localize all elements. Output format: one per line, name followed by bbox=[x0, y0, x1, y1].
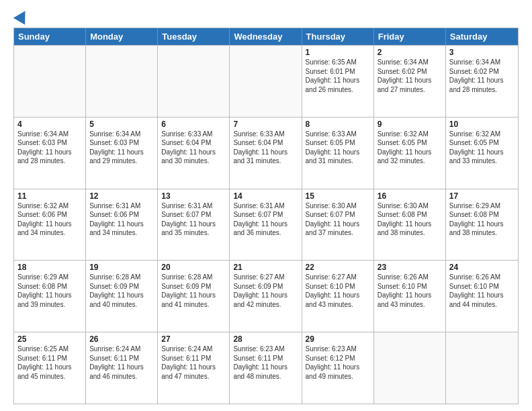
day-number: 22 bbox=[306, 263, 370, 272]
calendar-cell bbox=[86, 46, 158, 117]
calendar-cell: 23Sunrise: 6:26 AM Sunset: 6:10 PM Dayli… bbox=[374, 261, 446, 332]
calendar-cell: 18Sunrise: 6:29 AM Sunset: 6:08 PM Dayli… bbox=[14, 261, 86, 332]
day-number: 1 bbox=[306, 48, 370, 57]
cell-info: Sunrise: 6:34 AM Sunset: 6:02 PM Dayligh… bbox=[449, 58, 515, 94]
calendar-cell bbox=[374, 332, 446, 404]
header-day-thursday: Thursday bbox=[302, 28, 374, 45]
day-number: 11 bbox=[17, 191, 82, 201]
calendar-cell: 19Sunrise: 6:28 AM Sunset: 6:09 PM Dayli… bbox=[86, 261, 158, 332]
logo bbox=[13, 13, 29, 22]
calendar-cell: 12Sunrise: 6:31 AM Sunset: 6:06 PM Dayli… bbox=[86, 189, 158, 261]
calendar-header-row: SundayMondayTuesdayWednesdayThursdayFrid… bbox=[14, 28, 518, 45]
cell-info: Sunrise: 6:32 AM Sunset: 6:05 PM Dayligh… bbox=[378, 130, 442, 166]
header-day-saturday: Saturday bbox=[446, 28, 518, 45]
calendar-cell: 8Sunrise: 6:33 AM Sunset: 6:05 PM Daylig… bbox=[302, 118, 374, 189]
calendar-cell: 20Sunrise: 6:28 AM Sunset: 6:09 PM Dayli… bbox=[158, 261, 230, 332]
logo-triangle-icon bbox=[13, 7, 31, 25]
cell-info: Sunrise: 6:27 AM Sunset: 6:10 PM Dayligh… bbox=[306, 273, 370, 309]
cell-info: Sunrise: 6:31 AM Sunset: 6:07 PM Dayligh… bbox=[161, 201, 226, 238]
day-number: 8 bbox=[306, 120, 370, 129]
cell-info: Sunrise: 6:34 AM Sunset: 6:02 PM Dayligh… bbox=[378, 58, 442, 94]
calendar-cell: 1Sunrise: 6:35 AM Sunset: 6:01 PM Daylig… bbox=[302, 46, 374, 117]
cell-info: Sunrise: 6:29 AM Sunset: 6:08 PM Dayligh… bbox=[449, 201, 515, 238]
day-number: 17 bbox=[449, 191, 515, 201]
calendar-cell: 11Sunrise: 6:32 AM Sunset: 6:06 PM Dayli… bbox=[14, 189, 86, 261]
cell-info: Sunrise: 6:32 AM Sunset: 6:06 PM Dayligh… bbox=[17, 201, 82, 238]
calendar-cell: 7Sunrise: 6:33 AM Sunset: 6:04 PM Daylig… bbox=[230, 118, 302, 189]
day-number: 24 bbox=[449, 263, 515, 272]
calendar-cell bbox=[158, 46, 230, 117]
cell-info: Sunrise: 6:23 AM Sunset: 6:11 PM Dayligh… bbox=[233, 345, 298, 381]
calendar-cell: 29Sunrise: 6:23 AM Sunset: 6:12 PM Dayli… bbox=[302, 332, 374, 404]
cell-info: Sunrise: 6:31 AM Sunset: 6:07 PM Dayligh… bbox=[233, 201, 298, 238]
calendar-row-3: 18Sunrise: 6:29 AM Sunset: 6:08 PM Dayli… bbox=[14, 260, 518, 332]
page: SundayMondayTuesdayWednesdayThursdayFrid… bbox=[0, 0, 532, 411]
calendar-cell: 24Sunrise: 6:26 AM Sunset: 6:10 PM Dayli… bbox=[446, 261, 518, 332]
day-number: 13 bbox=[161, 191, 226, 201]
calendar-cell: 4Sunrise: 6:34 AM Sunset: 6:03 PM Daylig… bbox=[14, 118, 86, 189]
calendar-cell: 10Sunrise: 6:32 AM Sunset: 6:05 PM Dayli… bbox=[446, 118, 518, 189]
cell-info: Sunrise: 6:24 AM Sunset: 6:11 PM Dayligh… bbox=[161, 345, 226, 381]
day-number: 15 bbox=[306, 191, 370, 201]
cell-info: Sunrise: 6:26 AM Sunset: 6:10 PM Dayligh… bbox=[378, 273, 442, 309]
cell-info: Sunrise: 6:26 AM Sunset: 6:10 PM Dayligh… bbox=[449, 273, 515, 309]
day-number: 3 bbox=[449, 48, 515, 57]
day-number: 18 bbox=[17, 263, 82, 272]
day-number: 27 bbox=[161, 334, 226, 344]
cell-info: Sunrise: 6:30 AM Sunset: 6:07 PM Dayligh… bbox=[306, 201, 370, 238]
calendar-cell: 28Sunrise: 6:23 AM Sunset: 6:11 PM Dayli… bbox=[230, 332, 302, 404]
calendar-cell bbox=[14, 46, 86, 117]
calendar-cell: 27Sunrise: 6:24 AM Sunset: 6:11 PM Dayli… bbox=[158, 332, 230, 404]
cell-info: Sunrise: 6:34 AM Sunset: 6:03 PM Dayligh… bbox=[89, 130, 154, 166]
cell-info: Sunrise: 6:27 AM Sunset: 6:09 PM Dayligh… bbox=[233, 273, 298, 309]
calendar-row-4: 25Sunrise: 6:25 AM Sunset: 6:11 PM Dayli… bbox=[14, 332, 518, 404]
day-number: 12 bbox=[89, 191, 154, 201]
calendar-row-0: 1Sunrise: 6:35 AM Sunset: 6:01 PM Daylig… bbox=[14, 45, 518, 117]
calendar-cell: 15Sunrise: 6:30 AM Sunset: 6:07 PM Dayli… bbox=[302, 189, 374, 261]
cell-info: Sunrise: 6:28 AM Sunset: 6:09 PM Dayligh… bbox=[89, 273, 154, 309]
day-number: 2 bbox=[378, 48, 442, 57]
cell-info: Sunrise: 6:35 AM Sunset: 6:01 PM Dayligh… bbox=[306, 58, 370, 94]
calendar-cell: 9Sunrise: 6:32 AM Sunset: 6:05 PM Daylig… bbox=[374, 118, 446, 189]
day-number: 7 bbox=[233, 120, 298, 129]
day-number: 19 bbox=[89, 263, 154, 272]
calendar-row-2: 11Sunrise: 6:32 AM Sunset: 6:06 PM Dayli… bbox=[14, 189, 518, 261]
day-number: 28 bbox=[233, 334, 298, 344]
header-day-monday: Monday bbox=[86, 28, 158, 45]
cell-info: Sunrise: 6:25 AM Sunset: 6:11 PM Dayligh… bbox=[17, 345, 82, 381]
day-number: 9 bbox=[378, 120, 442, 129]
header bbox=[13, 11, 519, 22]
day-number: 5 bbox=[89, 120, 154, 129]
cell-info: Sunrise: 6:30 AM Sunset: 6:08 PM Dayligh… bbox=[378, 201, 442, 238]
day-number: 21 bbox=[233, 263, 298, 272]
cell-info: Sunrise: 6:29 AM Sunset: 6:08 PM Dayligh… bbox=[17, 273, 82, 309]
day-number: 29 bbox=[306, 334, 370, 344]
day-number: 6 bbox=[161, 120, 226, 129]
calendar-row-1: 4Sunrise: 6:34 AM Sunset: 6:03 PM Daylig… bbox=[14, 117, 518, 189]
calendar-cell: 25Sunrise: 6:25 AM Sunset: 6:11 PM Dayli… bbox=[14, 332, 86, 404]
day-number: 26 bbox=[89, 334, 154, 344]
day-number: 23 bbox=[378, 263, 442, 272]
cell-info: Sunrise: 6:34 AM Sunset: 6:03 PM Dayligh… bbox=[17, 130, 82, 166]
calendar-cell: 2Sunrise: 6:34 AM Sunset: 6:02 PM Daylig… bbox=[374, 46, 446, 117]
calendar-cell: 5Sunrise: 6:34 AM Sunset: 6:03 PM Daylig… bbox=[86, 118, 158, 189]
calendar-cell: 26Sunrise: 6:24 AM Sunset: 6:11 PM Dayli… bbox=[86, 332, 158, 404]
calendar-body: 1Sunrise: 6:35 AM Sunset: 6:01 PM Daylig… bbox=[14, 45, 518, 404]
day-number: 14 bbox=[233, 191, 298, 201]
cell-info: Sunrise: 6:23 AM Sunset: 6:12 PM Dayligh… bbox=[306, 345, 370, 381]
calendar-cell: 14Sunrise: 6:31 AM Sunset: 6:07 PM Dayli… bbox=[230, 189, 302, 261]
calendar-cell: 3Sunrise: 6:34 AM Sunset: 6:02 PM Daylig… bbox=[446, 46, 518, 117]
calendar-cell: 16Sunrise: 6:30 AM Sunset: 6:08 PM Dayli… bbox=[374, 189, 446, 261]
calendar-cell bbox=[446, 332, 518, 404]
cell-info: Sunrise: 6:24 AM Sunset: 6:11 PM Dayligh… bbox=[89, 345, 154, 381]
day-number: 10 bbox=[449, 120, 515, 129]
cell-info: Sunrise: 6:31 AM Sunset: 6:06 PM Dayligh… bbox=[89, 201, 154, 238]
cell-info: Sunrise: 6:33 AM Sunset: 6:04 PM Dayligh… bbox=[233, 130, 298, 166]
header-day-wednesday: Wednesday bbox=[230, 28, 302, 45]
cell-info: Sunrise: 6:33 AM Sunset: 6:04 PM Dayligh… bbox=[161, 130, 226, 166]
header-day-friday: Friday bbox=[374, 28, 446, 45]
calendar: SundayMondayTuesdayWednesdayThursdayFrid… bbox=[13, 28, 519, 404]
day-number: 20 bbox=[161, 263, 226, 272]
header-day-tuesday: Tuesday bbox=[158, 28, 230, 45]
day-number: 4 bbox=[17, 120, 82, 129]
